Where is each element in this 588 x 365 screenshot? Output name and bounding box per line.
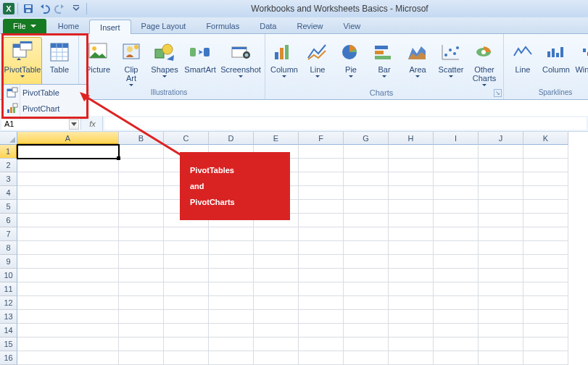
cell[interactable] — [389, 145, 434, 159]
cell[interactable] — [523, 145, 568, 159]
cell[interactable] — [434, 282, 479, 296]
cell[interactable] — [119, 337, 164, 351]
cell[interactable] — [479, 255, 523, 269]
cell[interactable] — [164, 337, 209, 351]
pivottable-menuitem[interactable]: PivotTable — [2, 85, 86, 101]
cell[interactable] — [389, 255, 434, 269]
column-header[interactable]: H — [389, 132, 434, 145]
cell[interactable] — [434, 227, 479, 241]
cell[interactable] — [523, 351, 568, 365]
cell[interactable] — [17, 227, 119, 241]
cell[interactable] — [434, 214, 479, 227]
cell[interactable] — [344, 172, 389, 186]
save-icon[interactable] — [21, 1, 36, 16]
cell[interactable] — [434, 241, 479, 255]
screenshot-button[interactable]: Screenshot — [220, 37, 262, 88]
cell[interactable] — [434, 324, 479, 337]
cell[interactable] — [17, 310, 119, 324]
cell[interactable] — [299, 172, 344, 186]
cell[interactable] — [479, 172, 523, 186]
cell[interactable] — [119, 214, 164, 227]
cell[interactable] — [17, 269, 119, 282]
column-header[interactable]: J — [479, 132, 523, 145]
cell[interactable] — [17, 214, 119, 227]
cell[interactable] — [523, 227, 568, 241]
row-header[interactable]: 10 — [0, 269, 17, 282]
cell[interactable] — [344, 255, 389, 269]
cell[interactable] — [434, 159, 479, 172]
cell[interactable] — [434, 255, 479, 269]
cell[interactable] — [164, 282, 209, 296]
cell[interactable] — [254, 227, 299, 241]
cell[interactable] — [299, 214, 344, 227]
cell[interactable] — [523, 310, 568, 324]
sparkline-column-button[interactable]: Column — [540, 37, 572, 88]
cell[interactable] — [254, 269, 299, 282]
cell[interactable] — [299, 186, 344, 200]
cell[interactable] — [119, 159, 164, 172]
cell[interactable] — [523, 172, 568, 186]
row-header[interactable]: 7 — [0, 227, 17, 241]
tab-review[interactable]: Review — [286, 19, 333, 33]
cell[interactable] — [254, 282, 299, 296]
cell[interactable] — [119, 296, 164, 310]
row-header[interactable]: 16 — [0, 351, 17, 365]
cell[interactable] — [523, 269, 568, 282]
cell[interactable] — [479, 269, 523, 282]
cell[interactable] — [17, 172, 119, 186]
cell[interactable] — [389, 282, 434, 296]
cell[interactable] — [299, 241, 344, 255]
cell[interactable] — [523, 282, 568, 296]
column-header[interactable]: D — [209, 132, 254, 145]
column-header[interactable]: C — [164, 132, 209, 145]
tab-page-layout[interactable]: Page Layout — [131, 19, 196, 33]
cell[interactable] — [119, 241, 164, 255]
cell[interactable] — [523, 324, 568, 337]
cell[interactable] — [164, 241, 209, 255]
cell[interactable] — [119, 310, 164, 324]
fx-icon[interactable]: fx — [83, 116, 103, 131]
row-header[interactable]: 3 — [0, 172, 17, 186]
row-header[interactable]: 5 — [0, 200, 17, 214]
cell[interactable] — [17, 159, 119, 172]
cell[interactable] — [389, 296, 434, 310]
row-header[interactable]: 1 — [0, 145, 17, 159]
cell[interactable] — [479, 159, 523, 172]
cell[interactable] — [299, 351, 344, 365]
cell[interactable] — [164, 324, 209, 337]
cell[interactable] — [389, 159, 434, 172]
cell[interactable] — [209, 310, 254, 324]
cell[interactable] — [17, 200, 119, 214]
cell[interactable] — [17, 241, 119, 255]
cell[interactable] — [164, 227, 209, 241]
cell[interactable] — [299, 296, 344, 310]
cell[interactable] — [299, 159, 344, 172]
cell[interactable] — [389, 324, 434, 337]
column-header[interactable]: G — [344, 132, 389, 145]
column-header[interactable]: A — [17, 132, 119, 145]
cell[interactable] — [17, 296, 119, 310]
cell[interactable] — [119, 324, 164, 337]
line-chart-button[interactable]: Line — [302, 37, 334, 88]
cell[interactable] — [17, 186, 119, 200]
cell[interactable] — [344, 145, 389, 159]
name-box-input[interactable] — [4, 119, 62, 128]
cell[interactable] — [434, 186, 479, 200]
cell[interactable] — [479, 324, 523, 337]
area-chart-button[interactable]: Area — [402, 37, 434, 88]
pivottable-button[interactable]: PivotTable — [3, 37, 42, 88]
cell[interactable] — [344, 241, 389, 255]
sparkline-line-button[interactable]: Line — [507, 37, 539, 88]
row-header[interactable]: 9 — [0, 255, 17, 269]
cell[interactable] — [254, 351, 299, 365]
undo-icon[interactable] — [37, 1, 51, 16]
cell[interactable] — [119, 269, 164, 282]
row-header[interactable]: 12 — [0, 296, 17, 310]
cell[interactable] — [479, 214, 523, 227]
cell[interactable] — [209, 324, 254, 337]
cell[interactable] — [344, 159, 389, 172]
bar-chart-button[interactable]: Bar — [368, 37, 400, 88]
cell[interactable] — [164, 351, 209, 365]
cell[interactable] — [389, 351, 434, 365]
cell[interactable] — [523, 159, 568, 172]
